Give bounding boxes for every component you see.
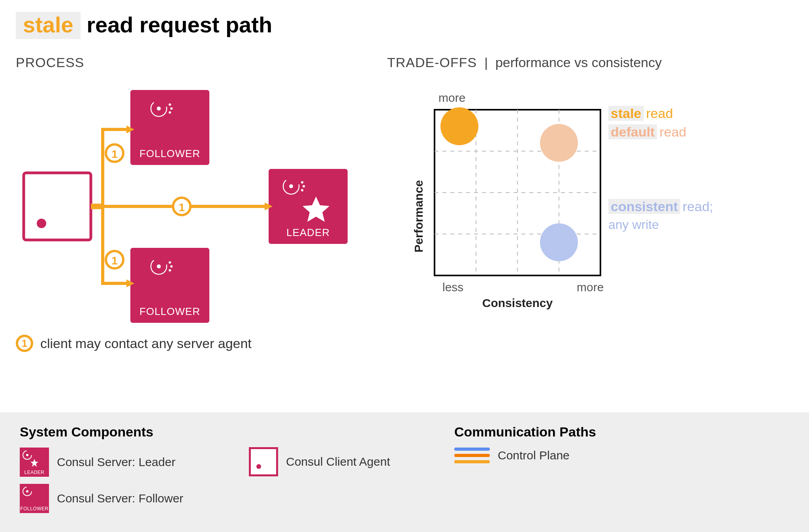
svg-point-9	[169, 261, 171, 264]
leader-icon: LEADER	[20, 448, 49, 477]
svg-text:1: 1	[111, 255, 118, 267]
svg-rect-18	[91, 204, 103, 209]
follower-bottom-label: FOLLOWER	[139, 305, 200, 317]
arrow-to-follower-top	[103, 129, 126, 206]
tradeoff-chart: more	[387, 78, 782, 331]
arrow-to-follower-bottom	[103, 206, 126, 283]
title-highlight: stale	[16, 12, 81, 39]
y-tick-more: more	[438, 91, 465, 104]
svg-point-10	[170, 265, 173, 268]
svg-point-2	[157, 107, 161, 111]
x-tick-more: more	[577, 281, 604, 294]
svg-point-11	[169, 269, 171, 272]
system-components-heading: System Components	[20, 424, 225, 440]
page-title: stale read request path	[16, 12, 793, 39]
legend-stale: staleread	[608, 106, 713, 121]
client-agent-box	[24, 173, 91, 240]
point-consistent	[540, 223, 578, 261]
point-stale	[440, 107, 478, 145]
y-axis-label: Performance	[412, 180, 425, 252]
client-agent-icon	[249, 447, 278, 476]
legend-follower: FOLLOWER Consul Server: Follower	[20, 484, 225, 513]
follower-icon: FOLLOWER	[20, 484, 49, 513]
svg-point-38	[26, 490, 28, 493]
x-tick-less: less	[442, 281, 463, 294]
process-diagram: FOLLOWER FOLLOWER	[16, 78, 371, 323]
client-agent-dot-icon	[37, 219, 46, 228]
svg-text:1: 1	[111, 148, 118, 160]
legend-default: defaultread	[608, 124, 713, 140]
svg-point-5	[169, 111, 171, 114]
step-badge-bottom: 1	[106, 251, 123, 268]
leader-node: LEADER	[269, 169, 348, 244]
step-badge-icon: 1	[16, 335, 33, 352]
legend-leader: LEADER Consul Server: Leader	[20, 448, 225, 477]
process-label: PROCESS	[16, 55, 371, 70]
point-default	[540, 124, 578, 162]
step-badge-mid: 1	[173, 198, 190, 215]
svg-point-4	[170, 107, 173, 110]
tradeoff-legend: staleread defaultread consistentread; an…	[608, 106, 713, 232]
x-axis-label: Consistency	[482, 296, 553, 309]
svg-point-3	[169, 103, 171, 106]
follower-top-node: FOLLOWER	[130, 90, 209, 165]
svg-point-14	[289, 184, 293, 188]
legend-consistent: consistentread; any write	[608, 199, 713, 232]
footer-legend: System Components LEADER Consul Server: …	[0, 412, 809, 532]
svg-point-15	[301, 181, 303, 184]
svg-point-17	[301, 189, 303, 191]
process-panel: PROCESS FOLLOWER	[16, 55, 371, 352]
tradeoff-panel: TRADE-OFFS | performance vs consistency …	[387, 55, 793, 352]
svg-point-16	[303, 185, 305, 187]
title-rest: read request path	[81, 12, 272, 37]
leader-label: LEADER	[286, 227, 330, 238]
process-step-legend: 1 client may contact any server agent	[16, 335, 371, 352]
communication-paths-heading: Communication Paths	[454, 424, 789, 440]
step-badge-top: 1	[106, 144, 123, 162]
legend-control-plane: Control Plane	[454, 448, 789, 463]
legend-client: Consul Client Agent	[249, 447, 431, 476]
follower-bottom-node: FOLLOWER	[130, 248, 209, 323]
svg-point-8	[157, 264, 161, 268]
svg-point-36	[26, 454, 28, 456]
tradeoff-label: TRADE-OFFS | performance vs consistency	[387, 55, 793, 70]
control-plane-icon	[454, 448, 490, 463]
follower-top-label: FOLLOWER	[139, 148, 200, 159]
svg-text:1: 1	[179, 201, 185, 214]
step-legend-text: client may contact any server agent	[40, 336, 252, 351]
